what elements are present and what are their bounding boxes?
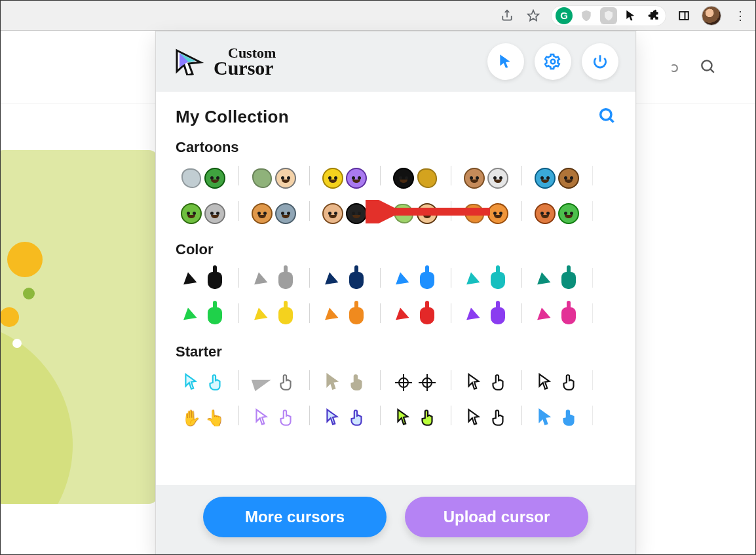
cursor-item-outline-black[interactable] (459, 367, 514, 398)
divider (301, 163, 317, 189)
cursor-hand-icon (274, 269, 297, 292)
popup-header: Custom Cursor (156, 31, 635, 92)
cursor-item-minions[interactable] (317, 163, 372, 194)
cursor-item-holo[interactable] (317, 402, 372, 434)
cursor-pointer-icon (180, 202, 202, 225)
cursor-item-black[interactable] (176, 265, 231, 296)
ext-custom-cursor-icon[interactable] (622, 7, 639, 24)
divider (372, 367, 388, 393)
cursor-item-stone[interactable] (317, 367, 372, 398)
cursor-item-paperplane[interactable] (246, 367, 301, 398)
cursor-item-httyd[interactable] (317, 198, 372, 229)
ext-shield-icon[interactable] (578, 7, 595, 24)
cursor-pointer-icon (251, 202, 273, 225)
profile-avatar[interactable] (702, 6, 721, 26)
divider (301, 300, 317, 326)
cursor-pointer-icon (322, 407, 344, 429)
header-power-button[interactable] (582, 43, 618, 80)
upload-cursor-label: Upload cursor (444, 508, 550, 526)
divider (301, 402, 317, 429)
cursor-item-red[interactable] (388, 300, 443, 332)
cursor-item-grinch[interactable] (529, 198, 584, 229)
ext-puzzle-icon[interactable] (645, 7, 662, 24)
cursor-pointer-icon (463, 372, 485, 394)
cursor-item-popeye[interactable] (246, 163, 301, 194)
cursor-item-regular[interactable] (529, 163, 584, 194)
ext-save-icon[interactable] (600, 7, 617, 24)
upload-cursor-button[interactable]: Upload cursor (405, 497, 588, 537)
cursor-item-rainbow[interactable] (246, 402, 301, 434)
cursor-item-pink[interactable] (529, 300, 584, 332)
cursor-item-yinyang[interactable] (459, 402, 514, 434)
popup-footer: More cursors Upload cursor (156, 485, 635, 554)
divider (514, 402, 529, 429)
more-cursors-button[interactable]: More cursors (203, 497, 387, 537)
cursor-item-purple[interactable] (459, 300, 514, 332)
cursor-pointer-icon (534, 167, 556, 189)
cursor-item-neon[interactable] (388, 402, 443, 434)
cursor-item-pixel[interactable] (529, 367, 584, 398)
cursor-item-green[interactable] (176, 300, 231, 332)
cursor-hand-icon (345, 269, 368, 292)
cursor-pointer-icon (251, 167, 273, 189)
ext-grammarly-icon[interactable]: G (556, 7, 573, 24)
cursor-hand-icon (416, 305, 438, 327)
divider (372, 300, 388, 326)
cursor-pointer-icon (463, 269, 485, 292)
cursor-item-felix[interactable] (388, 163, 443, 194)
cursor-pointer-icon (392, 305, 415, 327)
bookmark-star-icon[interactable] (525, 7, 542, 24)
cursor-item-bears[interactable] (459, 163, 514, 194)
cursor-item-aqua[interactable] (176, 367, 231, 398)
cursor-item-yellow[interactable] (246, 300, 301, 332)
cursor-pointer-icon (322, 269, 344, 292)
cursor-item-crosshair[interactable] (388, 367, 443, 398)
header-cursor-button[interactable] (487, 43, 524, 80)
share-icon[interactable] (499, 7, 516, 24)
cursor-pointer-icon (322, 202, 344, 225)
cursor-hand-icon (558, 305, 580, 327)
popup-logo: Custom Cursor (173, 47, 276, 77)
cursor-item-shrek[interactable] (176, 198, 231, 229)
cursor-pointer-icon (392, 269, 415, 292)
header-settings-button[interactable] (535, 43, 571, 80)
cursor-item-gray[interactable] (246, 265, 301, 296)
category-title-color: Color (176, 241, 616, 258)
cursor-hand-icon (345, 372, 368, 394)
cursor-item-teal[interactable] (459, 265, 514, 296)
hero-circle (0, 320, 73, 504)
cursor-row (176, 300, 616, 332)
collection-search-icon[interactable] (597, 106, 616, 127)
divider (514, 300, 529, 326)
divider (443, 300, 459, 326)
cursor-item-blue[interactable] (388, 265, 443, 296)
divider (443, 198, 459, 224)
cursor-row (176, 163, 616, 194)
page-top-letter: ɔ (671, 59, 679, 76)
hero-card (0, 150, 158, 504)
cursor-item-emoji[interactable]: ✋👆 (176, 402, 231, 434)
cursor-pointer-icon (251, 305, 273, 327)
kebab-menu-icon[interactable]: ⋮ (730, 9, 750, 23)
cursor-item-ben10[interactable] (388, 198, 443, 229)
page-search-icon[interactable] (699, 58, 716, 77)
cursor-item-pixelblue[interactable] (529, 402, 584, 434)
divider (231, 265, 246, 291)
cursor-row (176, 198, 616, 229)
cursor-item-darkteal[interactable] (529, 265, 584, 296)
cursor-hand-icon (416, 202, 438, 225)
cursor-pointer-icon (392, 372, 415, 394)
sidepanel-icon[interactable] (675, 7, 692, 24)
divider (231, 367, 246, 393)
logo-text-bottom: Cursor (214, 57, 274, 79)
cursor-item-orange[interactable] (317, 300, 372, 332)
cursor-item-navy[interactable] (317, 265, 372, 296)
cursor-hand-icon (204, 269, 226, 292)
cursor-row: ✋👆 (176, 402, 616, 434)
cursor-item-tomjerry[interactable] (246, 198, 301, 229)
divider (584, 198, 600, 224)
divider (584, 265, 600, 291)
popup-body[interactable]: My Collection CartoonsColorStarter✋👆 (156, 92, 635, 485)
cursor-item-tmnt[interactable] (176, 163, 231, 194)
cursor-item-garfield[interactable] (459, 198, 514, 229)
